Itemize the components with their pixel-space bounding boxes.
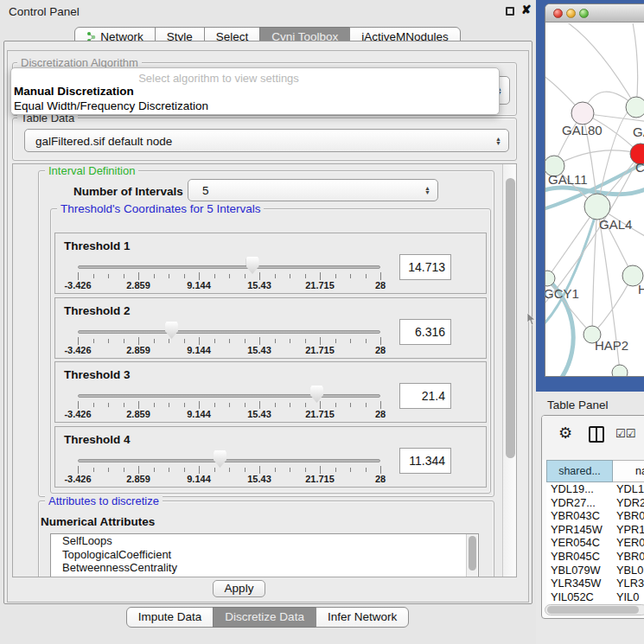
threshold-panel: Threshold 3 -3.4262.8599.14415.4321.7152… bbox=[54, 361, 487, 423]
tick-label: -3.426 bbox=[64, 345, 91, 355]
float-panel-icon[interactable] bbox=[506, 7, 514, 16]
slider-thumb[interactable] bbox=[246, 257, 259, 274]
table-row[interactable]: YER054CYER0 bbox=[546, 536, 644, 550]
slider-track[interactable] bbox=[78, 265, 380, 269]
tick-label: 15.43 bbox=[247, 409, 271, 419]
apply-button[interactable]: Apply bbox=[213, 580, 265, 597]
cell-shared-name: YIL052C bbox=[546, 590, 616, 603]
attribute-list-item[interactable]: BetweennessCentrality bbox=[51, 561, 478, 575]
tick-label: 21.715 bbox=[305, 345, 335, 355]
table-row[interactable]: YBR045CYBR0 bbox=[546, 550, 644, 564]
split-columns-icon[interactable] bbox=[589, 426, 604, 443]
tick-label: 21.715 bbox=[305, 409, 335, 419]
column-header-shared-name[interactable]: shared... bbox=[546, 460, 613, 482]
app-root: Control Panel ✘ NetworkStyleSelectCyni T… bbox=[0, 0, 644, 644]
table-settings-gear-icon[interactable]: ⚙ bbox=[558, 424, 572, 443]
tick-label: 2.859 bbox=[126, 474, 150, 484]
table-row[interactable]: YIL052CYIL0 bbox=[546, 590, 644, 603]
select-columns-icon[interactable]: ☑☑ bbox=[615, 427, 635, 440]
tick-label: 15.43 bbox=[247, 280, 271, 290]
table-row[interactable]: YPR145WYPR1 bbox=[546, 523, 644, 537]
attribute-list-item[interactable]: TopologicalCoefficient bbox=[51, 548, 478, 562]
table-panel-title: Table Panel bbox=[547, 399, 609, 411]
slider-track[interactable] bbox=[78, 459, 380, 462]
scrollbar-thumb[interactable] bbox=[547, 606, 639, 614]
node-label: C bbox=[635, 160, 644, 175]
table-row[interactable]: YBR043CYBR0 bbox=[546, 509, 644, 523]
column-header-name[interactable]: na bbox=[613, 460, 644, 482]
cell-name: YBR0 bbox=[616, 550, 644, 564]
slider-thumb[interactable] bbox=[214, 450, 226, 468]
table-rows: YDL19...YDL1YDR27...YDR2YBR043CYBR0YPR14… bbox=[546, 482, 644, 603]
window-minimize-button[interactable] bbox=[566, 9, 576, 18]
network-node-gal80[interactable] bbox=[571, 102, 594, 124]
dropdown-item-manual-discretization[interactable]: Manual Discretization bbox=[14, 85, 134, 98]
cell-shared-name: YBR045C bbox=[546, 550, 616, 564]
slider-tick-labels: -3.4262.8599.14415.4321.71528 bbox=[78, 474, 380, 486]
table-horizontal-scrollbar[interactable] bbox=[545, 604, 644, 615]
network-node[interactable] bbox=[612, 365, 628, 377]
tick-label: 2.859 bbox=[126, 409, 150, 419]
threshold-value-field[interactable]: 11.344 bbox=[399, 448, 451, 474]
number-of-intervals-label: Number of Intervals bbox=[73, 185, 183, 198]
settings-vertical-scrollbar[interactable] bbox=[502, 164, 517, 577]
tab-label: Impute Data bbox=[138, 610, 202, 623]
dropdown-placeholder: Select algorithm to view settings bbox=[11, 72, 426, 85]
network-node-gal4[interactable] bbox=[584, 194, 610, 220]
tab-discretize-data[interactable]: Discretize Data bbox=[213, 607, 316, 628]
close-panel-icon[interactable]: ✘ bbox=[521, 3, 532, 16]
table-row[interactable]: YDR27...YDR2 bbox=[546, 496, 644, 510]
table-toolbar: ⚙ ☑☑ bbox=[542, 416, 644, 460]
tick-label: 9.144 bbox=[187, 345, 211, 355]
window-close-button[interactable] bbox=[553, 9, 563, 18]
cell-shared-name: YLR345W bbox=[546, 577, 616, 590]
threshold-panel: Threshold 4 -3.4262.8599.14415.4321.7152… bbox=[54, 426, 487, 488]
table-data-select[interactable]: galFiltered.sif default node ▲▼ bbox=[24, 129, 509, 152]
threshold-slider[interactable]: -3.4262.8599.14415.4321.71528 bbox=[55, 233, 436, 295]
node-label: GCY1 bbox=[545, 286, 579, 301]
tick-label: -3.426 bbox=[64, 474, 91, 484]
threshold-slider[interactable]: -3.4262.8599.14415.4321.71528 bbox=[55, 362, 436, 424]
table-row[interactable]: YLR345WYLR3 bbox=[546, 577, 644, 590]
table-row[interactable]: YBL079WYBL0 bbox=[546, 564, 644, 577]
node-label: HAP2 bbox=[595, 338, 628, 353]
network-window-titlebar[interactable] bbox=[545, 4, 644, 22]
cell-name: YDL1 bbox=[616, 482, 644, 496]
tick-label: 15.43 bbox=[247, 345, 271, 355]
tick-label: 2.859 bbox=[126, 280, 150, 290]
threshold-value-field[interactable]: 14.713 bbox=[399, 254, 451, 280]
network-view-window: GAL80GACGAL11GAL4GCY1HHAP2 bbox=[545, 3, 644, 377]
cell-shared-name: YDL19... bbox=[546, 482, 616, 496]
threshold-value-field[interactable]: 6.316 bbox=[399, 319, 451, 345]
threshold-value-field[interactable]: 21.4 bbox=[399, 383, 451, 409]
threshold-panel: Threshold 1 -3.4262.8599.14415.4321.7152… bbox=[54, 233, 487, 294]
tick-label: 9.144 bbox=[187, 280, 211, 290]
dropdown-item-equal-width-frequency[interactable]: Equal Width/Frequency Discretization bbox=[14, 99, 208, 112]
tab-label: Discretize Data bbox=[225, 610, 304, 623]
numerical-attributes-label: Numerical Attributes bbox=[41, 515, 155, 528]
combo-stepper-icon: ▲▼ bbox=[424, 186, 430, 194]
window-zoom-button[interactable] bbox=[579, 9, 589, 18]
tick-label: 9.144 bbox=[187, 409, 211, 419]
cell-shared-name: YDR27... bbox=[546, 496, 616, 510]
tab-infer-network[interactable]: Infer Network bbox=[316, 607, 409, 628]
slider-thumb[interactable] bbox=[165, 322, 178, 339]
slider-track[interactable] bbox=[78, 330, 380, 334]
network-node-ga[interactable] bbox=[626, 97, 644, 118]
threshold-slider[interactable]: -3.4262.8599.14415.4321.71528 bbox=[55, 427, 436, 488]
attributes-list-scrollbar[interactable] bbox=[466, 534, 477, 577]
table-row[interactable]: YDL19...YDL1 bbox=[546, 482, 644, 496]
cell-name: YDR2 bbox=[616, 496, 644, 510]
slider-track[interactable] bbox=[78, 394, 380, 398]
number-of-intervals-select[interactable]: 5 ▲▼ bbox=[188, 179, 438, 201]
cell-shared-name: YPR145W bbox=[546, 523, 616, 537]
attribute-list-item[interactable]: SelfLoops bbox=[51, 534, 478, 548]
numerical-attributes-list: SelfLoopsTopologicalCoefficientBetweenne… bbox=[50, 533, 479, 577]
threshold-slider[interactable]: -3.4262.8599.14415.4321.71528 bbox=[55, 298, 436, 360]
network-canvas[interactable]: GAL80GACGAL11GAL4GCY1HHAP2 bbox=[545, 23, 644, 377]
slider-thumb[interactable] bbox=[310, 386, 323, 403]
interval-definition-title: Interval Definition bbox=[45, 164, 138, 177]
tab-impute-data[interactable]: Impute Data bbox=[126, 607, 214, 628]
cell-shared-name: YBL079W bbox=[546, 564, 616, 577]
cell-name: YPR1 bbox=[616, 523, 644, 537]
